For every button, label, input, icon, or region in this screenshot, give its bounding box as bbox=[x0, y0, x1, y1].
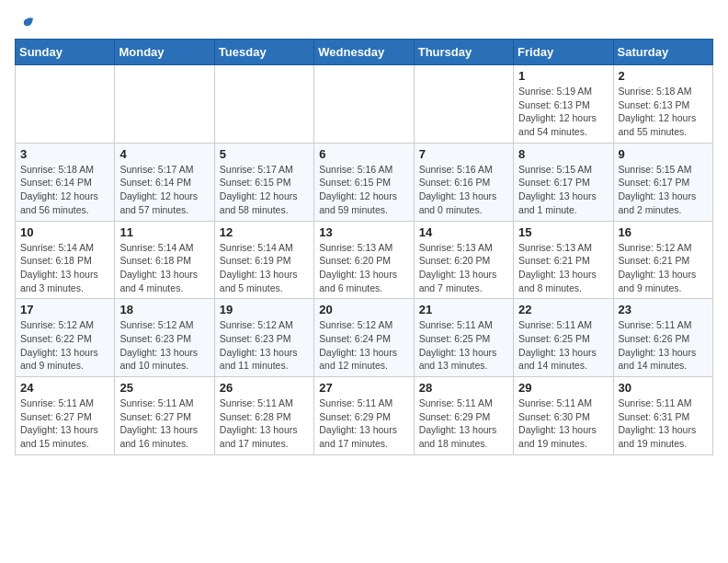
day-info: Sunrise: 5:12 AM Sunset: 6:23 PM Dayligh… bbox=[119, 318, 209, 373]
day-number: 24 bbox=[20, 381, 109, 395]
day-info: Sunrise: 5:11 AM Sunset: 6:25 PM Dayligh… bbox=[518, 318, 608, 373]
day-cell: 3Sunrise: 5:18 AM Sunset: 6:14 PM Daylig… bbox=[16, 143, 115, 221]
weekday-header-saturday: Saturday bbox=[613, 40, 712, 65]
day-info: Sunrise: 5:11 AM Sunset: 6:26 PM Dayligh… bbox=[619, 318, 708, 373]
day-cell: 20Sunrise: 5:12 AM Sunset: 6:24 PM Dayli… bbox=[314, 299, 414, 377]
calendar-body: 1Sunrise: 5:19 AM Sunset: 6:13 PM Daylig… bbox=[16, 65, 713, 455]
week-row-2: 3Sunrise: 5:18 AM Sunset: 6:14 PM Daylig… bbox=[16, 143, 713, 221]
day-cell: 30Sunrise: 5:11 AM Sunset: 6:31 PM Dayli… bbox=[613, 377, 712, 455]
day-number: 22 bbox=[518, 303, 608, 316]
day-info: Sunrise: 5:14 AM Sunset: 6:19 PM Dayligh… bbox=[220, 241, 309, 295]
day-number: 3 bbox=[20, 147, 109, 161]
day-number: 25 bbox=[119, 381, 209, 395]
day-info: Sunrise: 5:11 AM Sunset: 6:27 PM Dayligh… bbox=[119, 396, 209, 451]
day-number: 7 bbox=[419, 147, 508, 161]
day-number: 16 bbox=[619, 225, 708, 239]
day-info: Sunrise: 5:16 AM Sunset: 6:15 PM Dayligh… bbox=[319, 163, 408, 217]
day-cell: 19Sunrise: 5:12 AM Sunset: 6:23 PM Dayli… bbox=[214, 299, 313, 377]
day-number: 26 bbox=[220, 381, 309, 395]
day-info: Sunrise: 5:18 AM Sunset: 6:13 PM Dayligh… bbox=[619, 85, 708, 139]
day-number: 10 bbox=[20, 225, 109, 239]
day-cell: 13Sunrise: 5:13 AM Sunset: 6:20 PM Dayli… bbox=[314, 221, 414, 299]
day-cell: 21Sunrise: 5:11 AM Sunset: 6:25 PM Dayli… bbox=[414, 299, 513, 377]
day-info: Sunrise: 5:11 AM Sunset: 6:28 PM Dayligh… bbox=[220, 396, 309, 451]
day-info: Sunrise: 5:11 AM Sunset: 6:25 PM Dayligh… bbox=[419, 318, 508, 373]
day-number: 27 bbox=[319, 381, 408, 395]
calendar: SundayMondayTuesdayWednesdayThursdayFrid… bbox=[15, 39, 713, 455]
day-number: 12 bbox=[220, 225, 309, 239]
day-cell: 23Sunrise: 5:11 AM Sunset: 6:26 PM Dayli… bbox=[613, 299, 712, 377]
day-number: 4 bbox=[119, 147, 209, 161]
day-cell bbox=[414, 65, 513, 144]
day-info: Sunrise: 5:19 AM Sunset: 6:13 PM Dayligh… bbox=[518, 85, 608, 139]
day-number: 13 bbox=[319, 225, 408, 239]
day-info: Sunrise: 5:11 AM Sunset: 6:29 PM Dayligh… bbox=[319, 396, 408, 451]
day-number: 11 bbox=[119, 225, 209, 239]
day-number: 5 bbox=[220, 147, 309, 161]
weekday-header-wednesday: Wednesday bbox=[314, 40, 414, 65]
header bbox=[15, 15, 713, 31]
weekday-header-sunday: Sunday bbox=[16, 40, 115, 65]
day-number: 30 bbox=[619, 381, 708, 395]
day-cell bbox=[314, 65, 414, 144]
day-cell: 8Sunrise: 5:15 AM Sunset: 6:17 PM Daylig… bbox=[514, 143, 613, 221]
day-cell: 27Sunrise: 5:11 AM Sunset: 6:29 PM Dayli… bbox=[314, 377, 414, 455]
day-cell: 9Sunrise: 5:15 AM Sunset: 6:17 PM Daylig… bbox=[613, 143, 712, 221]
day-cell: 24Sunrise: 5:11 AM Sunset: 6:27 PM Dayli… bbox=[16, 377, 115, 455]
logo-bird-icon bbox=[17, 15, 37, 35]
day-number: 8 bbox=[518, 147, 608, 161]
day-info: Sunrise: 5:12 AM Sunset: 6:22 PM Dayligh… bbox=[20, 318, 109, 373]
day-info: Sunrise: 5:16 AM Sunset: 6:16 PM Dayligh… bbox=[419, 163, 508, 217]
week-row-1: 1Sunrise: 5:19 AM Sunset: 6:13 PM Daylig… bbox=[16, 65, 713, 144]
day-info: Sunrise: 5:11 AM Sunset: 6:31 PM Dayligh… bbox=[619, 396, 708, 451]
day-info: Sunrise: 5:17 AM Sunset: 6:14 PM Dayligh… bbox=[119, 163, 209, 217]
day-cell: 7Sunrise: 5:16 AM Sunset: 6:16 PM Daylig… bbox=[414, 143, 513, 221]
day-info: Sunrise: 5:11 AM Sunset: 6:27 PM Dayligh… bbox=[20, 396, 109, 451]
day-info: Sunrise: 5:13 AM Sunset: 6:20 PM Dayligh… bbox=[319, 241, 408, 295]
day-cell: 15Sunrise: 5:13 AM Sunset: 6:21 PM Dayli… bbox=[514, 221, 613, 299]
day-info: Sunrise: 5:17 AM Sunset: 6:15 PM Dayligh… bbox=[220, 163, 309, 217]
day-cell: 5Sunrise: 5:17 AM Sunset: 6:15 PM Daylig… bbox=[214, 143, 313, 221]
day-info: Sunrise: 5:12 AM Sunset: 6:24 PM Dayligh… bbox=[319, 318, 408, 373]
day-info: Sunrise: 5:14 AM Sunset: 6:18 PM Dayligh… bbox=[119, 241, 209, 295]
day-cell: 17Sunrise: 5:12 AM Sunset: 6:22 PM Dayli… bbox=[16, 299, 115, 377]
day-cell bbox=[16, 65, 115, 144]
day-number: 14 bbox=[419, 225, 508, 239]
day-number: 20 bbox=[319, 303, 408, 316]
day-number: 19 bbox=[220, 303, 309, 316]
day-cell bbox=[115, 65, 214, 144]
day-cell: 25Sunrise: 5:11 AM Sunset: 6:27 PM Dayli… bbox=[115, 377, 214, 455]
weekday-header-monday: Monday bbox=[115, 40, 214, 65]
weekday-header-friday: Friday bbox=[514, 40, 613, 65]
day-cell: 26Sunrise: 5:11 AM Sunset: 6:28 PM Dayli… bbox=[214, 377, 313, 455]
day-cell: 6Sunrise: 5:16 AM Sunset: 6:15 PM Daylig… bbox=[314, 143, 414, 221]
day-number: 15 bbox=[518, 225, 608, 239]
week-row-4: 17Sunrise: 5:12 AM Sunset: 6:22 PM Dayli… bbox=[16, 299, 713, 377]
day-info: Sunrise: 5:11 AM Sunset: 6:29 PM Dayligh… bbox=[419, 396, 508, 451]
day-cell: 2Sunrise: 5:18 AM Sunset: 6:13 PM Daylig… bbox=[613, 65, 712, 144]
day-number: 23 bbox=[619, 303, 708, 316]
day-number: 6 bbox=[319, 147, 408, 161]
weekday-header-tuesday: Tuesday bbox=[214, 40, 313, 65]
calendar-header: SundayMondayTuesdayWednesdayThursdayFrid… bbox=[16, 40, 713, 65]
weekday-row: SundayMondayTuesdayWednesdayThursdayFrid… bbox=[16, 40, 713, 65]
day-number: 17 bbox=[20, 303, 109, 316]
day-number: 21 bbox=[419, 303, 508, 316]
day-info: Sunrise: 5:12 AM Sunset: 6:21 PM Dayligh… bbox=[619, 241, 708, 295]
day-info: Sunrise: 5:11 AM Sunset: 6:30 PM Dayligh… bbox=[518, 396, 608, 451]
day-info: Sunrise: 5:14 AM Sunset: 6:18 PM Dayligh… bbox=[20, 241, 109, 295]
day-cell: 4Sunrise: 5:17 AM Sunset: 6:14 PM Daylig… bbox=[115, 143, 214, 221]
day-info: Sunrise: 5:13 AM Sunset: 6:20 PM Dayligh… bbox=[419, 241, 508, 295]
day-cell: 29Sunrise: 5:11 AM Sunset: 6:30 PM Dayli… bbox=[514, 377, 613, 455]
day-number: 28 bbox=[419, 381, 508, 395]
day-number: 18 bbox=[119, 303, 209, 316]
day-number: 1 bbox=[518, 69, 608, 83]
day-number: 9 bbox=[619, 147, 708, 161]
week-row-5: 24Sunrise: 5:11 AM Sunset: 6:27 PM Dayli… bbox=[16, 377, 713, 455]
day-number: 2 bbox=[619, 69, 708, 83]
logo bbox=[15, 18, 37, 31]
day-cell: 16Sunrise: 5:12 AM Sunset: 6:21 PM Dayli… bbox=[613, 221, 712, 299]
day-number: 29 bbox=[518, 381, 608, 395]
day-cell: 10Sunrise: 5:14 AM Sunset: 6:18 PM Dayli… bbox=[16, 221, 115, 299]
week-row-3: 10Sunrise: 5:14 AM Sunset: 6:18 PM Dayli… bbox=[16, 221, 713, 299]
